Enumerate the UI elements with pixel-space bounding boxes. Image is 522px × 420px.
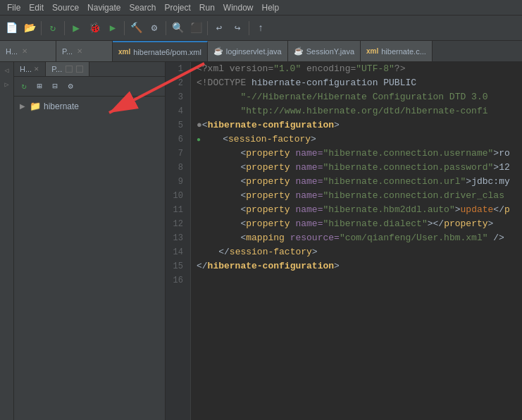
- folder-icon: 📁: [30, 101, 41, 111]
- line-num-6: 6: [166, 132, 186, 147]
- sync-btn[interactable]: ↻: [44, 20, 61, 37]
- code-line-12: <property name="hibernate.dialect"></pro…: [197, 217, 516, 231]
- app-window: File Edit Source Navigate Search Project…: [0, 0, 522, 420]
- toolbar-sep-2: [64, 21, 65, 35]
- tab-h[interactable]: H... ✕: [0, 41, 56, 61]
- code-line-6: ● <session-factory>: [197, 132, 516, 147]
- code-line-2: <!DOCTYPE hibernate-configuration PUBLIC: [197, 76, 516, 90]
- tree-item-hibernate[interactable]: ▶ 📁 hibernate: [14, 99, 165, 113]
- left-icon-strip: ◁ ▷: [0, 62, 14, 420]
- line-num-13: 13: [166, 231, 186, 245]
- code-line-14: </session-factory>: [197, 245, 516, 259]
- tab-h-label: H...: [6, 47, 18, 56]
- code-line-16: [197, 273, 516, 288]
- code-line-10: <property name="hibernate.connection.dri…: [197, 189, 516, 203]
- menu-project[interactable]: Project: [160, 1, 194, 14]
- sidebar-tabs: H... ✕ P...: [14, 62, 165, 77]
- tab-java-icon-1: ☕: [213, 47, 223, 56]
- menu-navigate[interactable]: Navigate: [83, 1, 125, 14]
- left-icon-1[interactable]: ◁: [1, 65, 13, 76]
- minimize-icon[interactable]: [66, 66, 73, 73]
- tab-hibernate-cfg[interactable]: xml hibernate.c...: [361, 41, 433, 61]
- sidebar-collapse-btn[interactable]: ⊟: [48, 80, 62, 94]
- build-btn[interactable]: 🔨: [128, 20, 144, 37]
- undo-btn[interactable]: ↩: [211, 20, 228, 37]
- sidebar-settings-btn[interactable]: ⚙: [63, 80, 77, 94]
- tab-loginservlet-label: loginservlet.java: [226, 47, 282, 56]
- toolbar: 📄 📂 ↻ ▶ 🐞 ▶ 🔨 ⚙ 🔍 ⬛ ↩ ↪ ↑: [0, 16, 522, 41]
- toolbar-sep-6: [249, 21, 249, 35]
- tab-xml-icon-2: xml: [366, 47, 378, 55]
- settings-btn[interactable]: ⚙: [146, 20, 163, 37]
- tree-arrow-icon: ▶: [20, 102, 27, 110]
- tab-p-close[interactable]: ✕: [77, 47, 82, 55]
- menu-edit[interactable]: Edit: [25, 1, 48, 14]
- tab-h-close[interactable]: ✕: [22, 47, 27, 55]
- tree-hibernate-label: hibernate: [44, 101, 79, 111]
- line-num-11: 11: [166, 203, 186, 217]
- code-line-5: ●<hibernate-configuration>: [197, 118, 516, 132]
- line-num-4: 4: [166, 104, 186, 118]
- code-line-15: </hibernate-configuration>: [197, 259, 516, 273]
- line-numbers: 1 2 3 4 5 6 7 8 9 10 11 12 13 14 15 16: [166, 62, 191, 420]
- run-btn[interactable]: ▶: [68, 20, 85, 37]
- tab-p-label: P...: [62, 47, 73, 56]
- run-config-btn[interactable]: ▶: [104, 20, 121, 37]
- toolbar-sep-1: [41, 21, 42, 35]
- menu-window[interactable]: Window: [219, 1, 258, 14]
- open-btn[interactable]: 📂: [21, 20, 38, 37]
- code-line-13: <mapping resource="com/qianfeng/User.hbm…: [197, 231, 516, 245]
- toolbar-sep-5: [207, 21, 208, 35]
- code-line-9: <property name="hibernate.connection.url…: [197, 175, 516, 189]
- toolbar-sep-3: [124, 21, 125, 35]
- menu-search[interactable]: Search: [125, 1, 160, 14]
- line-num-9: 9: [166, 175, 186, 189]
- tab-java-icon-2: ☕: [294, 47, 304, 56]
- line-num-8: 8: [166, 161, 186, 175]
- main-area: ◁ ▷ H... ✕ P... ↻ ⊞ ⊟ ⚙: [0, 62, 522, 420]
- maximize-icon[interactable]: [76, 66, 83, 73]
- tab-hibernate6-pom[interactable]: xml hibernate6/pom.xml: [113, 41, 208, 61]
- sidebar-tab-h-label: H...: [20, 65, 32, 73]
- sidebar-tab-h[interactable]: H... ✕: [14, 62, 46, 76]
- code-line-3: "-//Hibernate/Hibernate Configuration DT…: [197, 90, 516, 104]
- code-container[interactable]: 1 2 3 4 5 6 7 8 9 10 11 12 13 14 15 16: [166, 62, 522, 420]
- tab-sessionY-label: SessionY.java: [306, 47, 354, 56]
- code-line-11: <property name="hibernate.hbm2ddl.auto">…: [197, 203, 516, 217]
- menu-run[interactable]: Run: [195, 1, 219, 14]
- sidebar-sync-btn[interactable]: ↻: [17, 80, 31, 94]
- redo-btn[interactable]: ↪: [229, 20, 246, 37]
- toolbar-sep-4: [166, 21, 166, 35]
- tab-bar: H... ✕ P... ✕ xml hibernate6/pom.xml ☕ l…: [0, 41, 522, 62]
- menu-help[interactable]: Help: [258, 1, 284, 14]
- search-everywhere-btn[interactable]: 🔍: [169, 20, 186, 37]
- tab-sessionY[interactable]: ☕ SessionY.java: [288, 41, 361, 61]
- menu-file[interactable]: File: [3, 1, 25, 14]
- line-num-2: 2: [166, 76, 186, 90]
- tab-hibernate6-pom-label: hibernate6/pom.xml: [133, 48, 201, 56]
- editor-area: 1 2 3 4 5 6 7 8 9 10 11 12 13 14 15 16: [166, 62, 522, 420]
- menu-bar: File Edit Source Navigate Search Project…: [0, 0, 522, 16]
- new-file-btn[interactable]: 📄: [3, 20, 20, 37]
- sidebar: H... ✕ P... ↻ ⊞ ⊟ ⚙ ▶ 📁: [14, 62, 166, 420]
- line-num-14: 14: [166, 245, 186, 259]
- go-to-btn[interactable]: ⬛: [187, 20, 204, 37]
- left-icon-2[interactable]: ▷: [1, 79, 13, 90]
- tab-hibernate-cfg-label: hibernate.c...: [381, 47, 426, 56]
- line-num-15: 15: [166, 259, 186, 273]
- sidebar-expand-btn[interactable]: ⊞: [32, 80, 46, 94]
- tab-xml-icon: xml: [118, 48, 130, 56]
- line-num-1: 1: [166, 62, 186, 76]
- tab-p[interactable]: P... ✕: [56, 41, 113, 61]
- sidebar-toolbar: ↻ ⊞ ⊟ ⚙: [14, 77, 165, 97]
- code-line-4: "http://www.hibernate.org/dtd/hibernate-…: [197, 104, 516, 118]
- sidebar-tree: ▶ 📁 hibernate: [14, 97, 165, 420]
- sidebar-tab-h-close[interactable]: ✕: [34, 66, 39, 73]
- line-num-7: 7: [166, 147, 186, 161]
- sidebar-tab-p[interactable]: P...: [46, 62, 89, 76]
- sidebar-tab-p-label: P...: [51, 65, 62, 73]
- debug-btn[interactable]: 🐞: [86, 20, 103, 37]
- vcs-btn[interactable]: ↑: [252, 20, 269, 37]
- menu-source[interactable]: Source: [48, 1, 83, 14]
- tab-loginservlet[interactable]: ☕ loginservlet.java: [208, 41, 288, 61]
